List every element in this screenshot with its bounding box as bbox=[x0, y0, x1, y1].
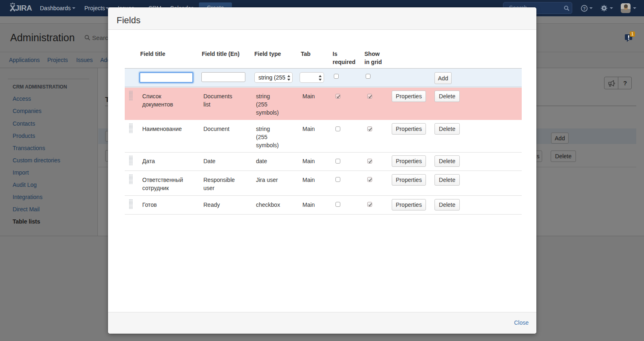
svg-text:1: 1 bbox=[631, 32, 634, 36]
svg-text:?: ? bbox=[583, 6, 586, 11]
